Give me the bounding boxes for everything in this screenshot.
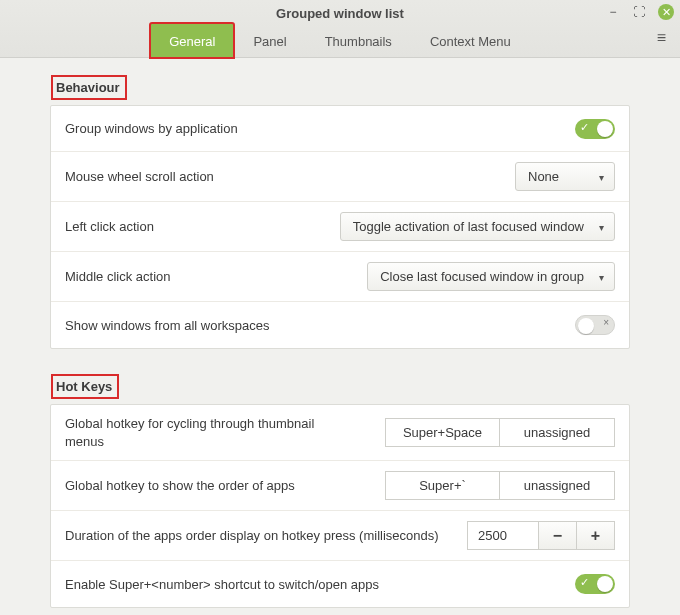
label-super-number: Enable Super+<number> shortcut to switch… bbox=[65, 577, 563, 592]
close-icon[interactable]: ✕ bbox=[658, 4, 674, 20]
label-duration: Duration of the apps order display on ho… bbox=[65, 528, 455, 543]
label-group-windows: Group windows by application bbox=[65, 121, 563, 136]
titlebar: Grouped window list − ⛶ ✕ General Panel … bbox=[0, 0, 680, 58]
label-cycle-hotkey: Global hotkey for cycling through thumbn… bbox=[65, 415, 325, 450]
row-left-click: Left click action Toggle activation of l… bbox=[51, 202, 629, 252]
dropdown-middle-click-value: Close last focused window in group bbox=[380, 269, 584, 284]
menu-icon[interactable]: ≡ bbox=[657, 29, 666, 47]
label-left-click: Left click action bbox=[65, 219, 328, 234]
chevron-down-icon: ▾ bbox=[599, 221, 604, 232]
label-middle-click: Middle click action bbox=[65, 269, 355, 284]
section-heading-hotkeys: Hot Keys bbox=[52, 375, 118, 398]
keybinding-order-primary[interactable]: Super+` bbox=[385, 471, 500, 500]
toggle-group-windows[interactable]: ✓ bbox=[575, 119, 615, 139]
duration-decrement-button[interactable]: − bbox=[539, 521, 577, 550]
chevron-down-icon: ▾ bbox=[599, 171, 604, 182]
chevron-down-icon: ▾ bbox=[599, 271, 604, 282]
dropdown-middle-click[interactable]: Close last focused window in group ▾ bbox=[367, 262, 615, 291]
row-duration: Duration of the apps order display on ho… bbox=[51, 511, 629, 561]
duration-input[interactable] bbox=[467, 521, 539, 550]
keybinding-cycle: Super+Space unassigned bbox=[385, 418, 615, 447]
toggle-knob bbox=[578, 318, 594, 334]
hotkeys-panel: Global hotkey for cycling through thumbn… bbox=[50, 404, 630, 608]
row-super-number: Enable Super+<number> shortcut to switch… bbox=[51, 561, 629, 607]
keybinding-cycle-secondary[interactable]: unassigned bbox=[500, 418, 615, 447]
dropdown-mouse-wheel[interactable]: None ▾ bbox=[515, 162, 615, 191]
minimize-icon[interactable]: − bbox=[606, 5, 620, 19]
row-group-windows: Group windows by application ✓ bbox=[51, 106, 629, 152]
check-icon: ✓ bbox=[580, 576, 589, 589]
toggle-knob bbox=[597, 576, 613, 592]
content-area: Behaviour Group windows by application ✓… bbox=[0, 58, 680, 615]
window-title: Grouped window list bbox=[0, 0, 680, 21]
tab-panel[interactable]: Panel bbox=[234, 23, 305, 58]
row-show-all-workspaces: Show windows from all workspaces × bbox=[51, 302, 629, 348]
row-mouse-wheel: Mouse wheel scroll action None ▾ bbox=[51, 152, 629, 202]
window-controls: − ⛶ ✕ bbox=[606, 4, 674, 20]
maximize-icon[interactable]: ⛶ bbox=[632, 5, 646, 19]
row-cycle-hotkey: Global hotkey for cycling through thumbn… bbox=[51, 405, 629, 461]
keybinding-order: Super+` unassigned bbox=[385, 471, 615, 500]
label-show-all-workspaces: Show windows from all workspaces bbox=[65, 318, 563, 333]
behaviour-panel: Group windows by application ✓ Mouse whe… bbox=[50, 105, 630, 349]
tab-thumbnails[interactable]: Thumbnails bbox=[306, 23, 411, 58]
dropdown-left-click[interactable]: Toggle activation of last focused window… bbox=[340, 212, 615, 241]
toggle-knob bbox=[597, 121, 613, 137]
label-order-hotkey: Global hotkey to show the order of apps bbox=[65, 478, 373, 493]
row-order-hotkey: Global hotkey to show the order of apps … bbox=[51, 461, 629, 511]
dropdown-mouse-wheel-value: None bbox=[528, 169, 559, 184]
tab-general[interactable]: General bbox=[150, 23, 234, 58]
dropdown-left-click-value: Toggle activation of last focused window bbox=[353, 219, 584, 234]
x-icon: × bbox=[603, 317, 609, 328]
section-heading-behaviour: Behaviour bbox=[52, 76, 126, 99]
row-middle-click: Middle click action Close last focused w… bbox=[51, 252, 629, 302]
tab-bar: General Panel Thumbnails Context Menu bbox=[0, 22, 680, 57]
label-mouse-wheel: Mouse wheel scroll action bbox=[65, 169, 503, 184]
keybinding-cycle-primary[interactable]: Super+Space bbox=[385, 418, 500, 447]
check-icon: ✓ bbox=[580, 121, 589, 134]
toggle-show-all-workspaces[interactable]: × bbox=[575, 315, 615, 335]
duration-stepper: − + bbox=[467, 521, 615, 550]
duration-increment-button[interactable]: + bbox=[577, 521, 615, 550]
toggle-super-number[interactable]: ✓ bbox=[575, 574, 615, 594]
settings-window: Grouped window list − ⛶ ✕ General Panel … bbox=[0, 0, 680, 615]
keybinding-order-secondary[interactable]: unassigned bbox=[500, 471, 615, 500]
tab-context-menu[interactable]: Context Menu bbox=[411, 23, 530, 58]
